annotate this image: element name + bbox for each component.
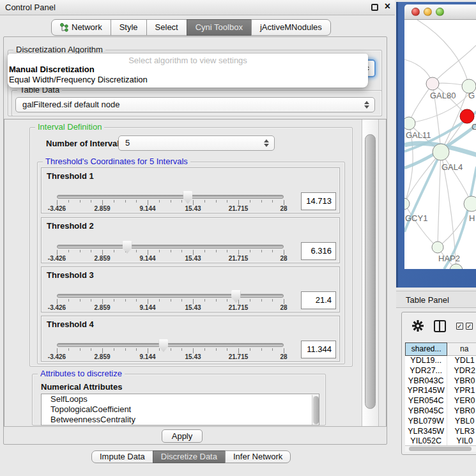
checkbox-icon[interactable]: ✓ bbox=[456, 323, 463, 330]
node-label: GAL80 bbox=[430, 91, 456, 100]
attribute-list-item[interactable]: SelfLoops bbox=[42, 394, 319, 404]
scrollbar-thumb[interactable] bbox=[409, 447, 472, 451]
network-node-hap2[interactable] bbox=[432, 242, 443, 253]
column-layout-icon[interactable] bbox=[434, 320, 446, 332]
slider-track[interactable] bbox=[57, 245, 284, 249]
threshold-2-panel: Threshold 2 -3.4262.8599.14415.4321.7152… bbox=[41, 217, 340, 263]
cell-shared-name[interactable]: YBR043C bbox=[405, 376, 447, 387]
network-node-gal11[interactable] bbox=[404, 117, 415, 130]
checkbox-icon[interactable]: ✓ bbox=[466, 323, 473, 330]
close-traffic-light-icon[interactable] bbox=[411, 8, 420, 16]
threshold-value-field[interactable]: 11.344 bbox=[301, 341, 336, 358]
tick-label: 28 bbox=[280, 353, 287, 360]
zoom-traffic-light-icon[interactable] bbox=[436, 8, 444, 16]
gear-icon[interactable] bbox=[412, 320, 424, 332]
network-node-gal4[interactable] bbox=[433, 144, 449, 160]
cell-name[interactable]: YBR0 bbox=[447, 376, 476, 387]
threshold-value-field[interactable]: 6.316 bbox=[301, 242, 336, 260]
node-label: GAL11 bbox=[406, 130, 431, 140]
tick-label: 15.43 bbox=[185, 304, 201, 311]
tab-impute-data[interactable]: Impute Data bbox=[91, 450, 153, 463]
tab-select[interactable]: Select bbox=[146, 19, 187, 36]
num-intervals-combobox[interactable]: 5 bbox=[118, 135, 275, 151]
column-header-shared-name[interactable]: shared... bbox=[405, 342, 447, 356]
threshold-label: Threshold 4 bbox=[47, 319, 94, 329]
table-row[interactable]: YBR043CYBR0 bbox=[405, 376, 476, 387]
cell-shared-name[interactable]: YER054C bbox=[405, 396, 447, 406]
slider-tick-labels: -3.4262.8599.14415.4321.71528 bbox=[57, 205, 284, 213]
cell-shared-name[interactable]: YDL19... bbox=[405, 356, 447, 366]
column-header-name[interactable]: na bbox=[447, 342, 476, 356]
attribute-list-item[interactable]: BetweennessCentrality bbox=[42, 415, 319, 425]
cell-shared-name[interactable]: YLR345W bbox=[405, 427, 447, 437]
list-scrollbar[interactable] bbox=[312, 395, 319, 426]
tab-jactivemnodules[interactable]: jActiveMNodules bbox=[251, 19, 331, 36]
threshold-value-field[interactable]: 14.713 bbox=[301, 192, 336, 210]
threshold-3-panel: Threshold 3 -3.4262.8599.14415.4321.7152… bbox=[41, 266, 340, 312]
network-view-window[interactable]: GAL80GCGAL11GAL4GCY1HHAP2 bbox=[396, 2, 476, 288]
table-row[interactable]: YLR345WYLR3 bbox=[405, 427, 476, 437]
tab-network[interactable]: Network bbox=[51, 19, 111, 36]
threshold-value-field[interactable]: 21.4 bbox=[301, 291, 336, 309]
table-row[interactable]: YDL19...YDL1 bbox=[405, 356, 476, 366]
tick-label: -3.426 bbox=[48, 255, 66, 262]
scrollbar-thumb[interactable] bbox=[365, 134, 376, 409]
cell-name[interactable]: YDR2 bbox=[447, 366, 476, 376]
node-table[interactable]: shared... na YDL19...YDL1YDR27...YDR2YBR… bbox=[405, 342, 476, 446]
table-row[interactable]: YBL079WYBL0 bbox=[405, 417, 476, 427]
vertical-scrollbar[interactable] bbox=[362, 119, 379, 426]
apply-button[interactable]: Apply bbox=[162, 429, 203, 443]
cell-shared-name[interactable]: YIL052C bbox=[405, 436, 447, 446]
network-node-h[interactable] bbox=[464, 196, 476, 211]
menu-item-manual-discretization[interactable]: Manual Discretization bbox=[8, 65, 368, 75]
table-row[interactable]: YIL052CYIL0 bbox=[405, 436, 476, 446]
close-icon[interactable]: × bbox=[385, 1, 390, 12]
slider-track[interactable] bbox=[57, 195, 284, 199]
num-intervals-label: Number of Intervals bbox=[46, 139, 124, 148]
cell-name[interactable]: YBR0 bbox=[447, 406, 476, 417]
network-node-gcy1[interactable] bbox=[404, 198, 410, 210]
table-panel: ✓ ✓ shared... na YDL19...YDL1YDR27...YDR… bbox=[401, 312, 476, 455]
cell-shared-name[interactable]: YPR145W bbox=[405, 386, 447, 396]
table-row[interactable]: YER054CYER0 bbox=[405, 396, 476, 406]
tick-label: 15.43 bbox=[185, 353, 201, 360]
slider-tick-labels: -3.4262.8599.14415.4321.71528 bbox=[57, 255, 284, 263]
tab-discretize-data[interactable]: Discretize Data bbox=[153, 450, 226, 463]
cell-name[interactable]: YIL0 bbox=[447, 436, 476, 446]
table-horizontal-scrollbar[interactable] bbox=[405, 445, 476, 452]
cell-name[interactable]: YPR1 bbox=[447, 386, 476, 396]
tick-label: 15.43 bbox=[185, 205, 201, 212]
tick-label: -3.426 bbox=[48, 205, 66, 212]
list-scrollbar-thumb[interactable] bbox=[313, 396, 319, 424]
tick-label: 2.859 bbox=[94, 205, 110, 212]
slider-track[interactable] bbox=[57, 343, 284, 347]
tab-style[interactable]: Style bbox=[111, 19, 147, 36]
tab-cyni-toolbox[interactable]: Cyni Toolbox bbox=[187, 19, 252, 36]
network-node-c[interactable] bbox=[460, 109, 474, 123]
network-canvas[interactable]: GAL80GCGAL11GAL4GCY1HHAP2 bbox=[404, 20, 476, 269]
cell-shared-name[interactable]: YBR045C bbox=[405, 406, 447, 417]
cell-name[interactable]: YDL1 bbox=[447, 356, 476, 366]
table-row[interactable]: YBR045CYBR0 bbox=[405, 406, 476, 417]
numerical-attributes-list[interactable]: SelfLoopsTopologicalCoefficientBetweenne… bbox=[41, 394, 319, 426]
menu-item-equal-width-frequency[interactable]: Equal Width/Frequency Discretization bbox=[8, 75, 368, 85]
network-node-gal80[interactable] bbox=[426, 77, 439, 90]
slider-track[interactable] bbox=[57, 294, 284, 298]
cell-name[interactable]: YER0 bbox=[447, 396, 476, 406]
tab-infer-network[interactable]: Infer Network bbox=[225, 450, 291, 463]
cell-name[interactable]: YLR3 bbox=[447, 427, 476, 437]
table-row[interactable]: YDR27...YDR2 bbox=[405, 366, 476, 376]
cell-shared-name[interactable]: YDR27... bbox=[405, 366, 447, 376]
table-data-combobox[interactable]: galFiltered.sif default node bbox=[15, 97, 375, 112]
minimize-traffic-light-icon[interactable] bbox=[424, 8, 432, 16]
node-label: GCY1 bbox=[405, 213, 427, 223]
network-graph: GAL80GCGAL11GAL4GCY1HHAP2 bbox=[404, 20, 476, 269]
attribute-list-item[interactable]: TopologicalCoefficient bbox=[42, 404, 319, 415]
cell-name[interactable]: YBL0 bbox=[447, 417, 476, 427]
cell-shared-name[interactable]: YBL079W bbox=[405, 417, 447, 427]
numerical-attributes-label: Numerical Attributes bbox=[41, 382, 122, 392]
slider-ticks bbox=[57, 200, 284, 205]
tick-label: 9.144 bbox=[139, 353, 155, 360]
table-row[interactable]: YPR145WYPR1 bbox=[405, 386, 476, 396]
float-window-icon[interactable] bbox=[371, 4, 378, 11]
